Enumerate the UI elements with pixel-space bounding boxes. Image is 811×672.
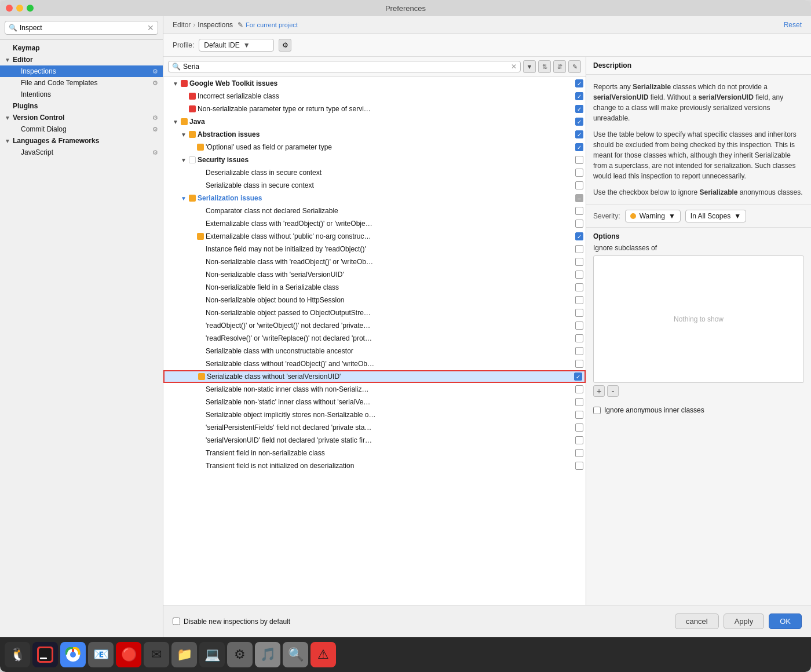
item-checkbox[interactable] [575,245,583,253]
item-serial-uid-private[interactable]: 'serialVersionUID' field not declared 'p… [163,434,586,447]
taskbar-icon-search[interactable]: 🔍 [283,642,308,667]
sidebar-item-plugins[interactable]: Plugins [0,100,163,112]
close-button[interactable] [6,5,13,12]
taskbar-icon-intellij[interactable] [32,642,58,667]
item-checkbox[interactable] [575,207,583,215]
item-checkbox[interactable] [575,398,583,406]
item-optional-field[interactable]: 'Optional' used as field or parameter ty… [163,141,586,154]
sidebar-item-keymap[interactable]: Keymap [0,42,163,54]
group-security[interactable]: ▼ Security issues [163,154,586,166]
item-externalizable-noarg[interactable]: Externalizable class without 'public' no… [163,230,586,243]
sidebar-item-javascript[interactable]: JavaScript ⚙ [0,147,163,158]
disable-new-checkbox[interactable] [173,618,180,625]
collapse-button[interactable]: ⇵ [553,60,566,73]
item-checkbox[interactable] [575,385,583,393]
sidebar-item-inspections[interactable]: Inspections ⚙ [0,65,163,77]
item-checkbox[interactable] [575,92,583,100]
taskbar-icon-letter[interactable]: ✉ [144,642,169,667]
item-checkbox[interactable] [575,169,583,177]
sidebar-item-version-control[interactable]: Version Control ⚙ [0,112,163,123]
group-java[interactable]: ▼ Java [163,115,586,128]
item-non-serial-field[interactable]: Non-serializable field in a Serializable… [163,281,586,294]
group-serialization[interactable]: ▼ Serialization issues – [163,192,586,204]
item-non-serial-http[interactable]: Non-serializable object bound to HttpSes… [163,294,586,306]
item-non-serial-output[interactable]: Non-serializable object passed to Object… [163,306,586,319]
item-serial-implicit[interactable]: Serializable object implicitly stores no… [163,408,586,421]
add-button[interactable]: + [593,385,605,397]
item-checkbox[interactable] [575,347,583,355]
group-abstraction[interactable]: ▼ Abstraction issues [163,128,586,141]
sidebar-item-editor[interactable]: Editor [0,54,163,65]
group-checkbox[interactable]: – [575,194,583,202]
item-comparator[interactable]: Comparator class not declared Serializab… [163,204,586,217]
item-serial-unconstructable[interactable]: Serializable class with unconstructable … [163,345,586,357]
inspection-scroll[interactable]: ▼ Google Web Toolkit issues Incorrect se… [163,77,586,605]
item-checkbox[interactable] [575,143,583,151]
item-checkbox[interactable] [575,258,583,266]
search-clear-icon[interactable]: ✕ [511,63,517,71]
taskbar-icon-terminal[interactable]: 💻 [199,642,225,667]
item-checkbox[interactable] [575,296,583,304]
minimize-button[interactable] [16,5,23,12]
item-checkbox[interactable] [575,436,583,444]
item-serial-no-read[interactable]: Serializable class without 'readObject()… [163,357,586,370]
group-checkbox[interactable] [575,156,583,164]
taskbar-icon-music[interactable]: 🎵 [255,642,280,667]
taskbar-icon-settings[interactable]: ⚙ [227,642,253,667]
taskbar-icon-warning[interactable]: ⚠ [310,642,336,667]
item-checkbox[interactable] [575,271,583,279]
item-checkbox[interactable] [575,360,583,368]
item-checkbox[interactable] [575,411,583,419]
item-non-serial-param[interactable]: Non-serializable parameter type or retur… [163,103,586,115]
item-checkbox[interactable] [575,105,583,113]
inspection-search-input[interactable] [183,63,509,71]
sidebar-search-wrap[interactable]: 🔍 ✕ [5,21,158,35]
item-checkbox[interactable] [575,462,583,470]
item-externalizable-read[interactable]: Externalizable class with 'readObject()'… [163,217,586,230]
taskbar-icon-stop[interactable]: 🔴 [116,642,141,667]
group-gwt[interactable]: ▼ Google Web Toolkit issues [163,77,586,90]
item-serial-nonstatic-inner[interactable]: Serializable non-'static' inner class wi… [163,396,586,408]
item-transient-non-serial[interactable]: Transient field in non-serializable clas… [163,447,586,459]
item-incorrect-serial[interactable]: Incorrect serializable class [163,90,586,103]
cancel-button[interactable]: cancel [675,613,719,629]
sidebar-item-intentions[interactable]: Intentions [0,89,163,100]
severity-select[interactable]: Warning ▼ [625,210,681,222]
item-serial-static-inner[interactable]: Serializable non-static inner class with… [163,383,586,396]
taskbar-icon-mail[interactable]: 📧 [88,642,114,667]
taskbar-icon-folder[interactable]: 📁 [171,642,197,667]
taskbar-icon-finder[interactable]: 🐧 [5,642,30,667]
maximize-button[interactable] [27,5,34,12]
item-read-write-private[interactable]: 'readObject()' or 'writeObject()' not de… [163,319,586,332]
sidebar-item-file-code-templates[interactable]: File and Code Templates ⚙ [0,77,163,89]
group-checkbox[interactable] [575,118,583,126]
item-checkbox[interactable] [574,372,582,381]
item-instance-field[interactable]: Instance field may not be initialized by… [163,243,586,255]
sidebar-item-commit-dialog[interactable]: Commit Dialog ⚙ [0,123,163,135]
item-serial-no-version[interactable]: Serializable class without 'serialVersio… [163,370,586,383]
item-checkbox[interactable] [575,334,583,342]
item-checkbox[interactable] [575,423,583,432]
item-checkbox[interactable] [575,181,583,189]
item-serial-persistent[interactable]: 'serialPersistentFields' field not decla… [163,421,586,434]
taskbar-icon-chrome[interactable] [60,642,86,667]
sidebar-search-input[interactable] [20,24,145,32]
edit-button[interactable]: ✎ [568,60,581,73]
profile-select[interactable]: Default IDE ▼ [199,39,274,52]
item-checkbox[interactable] [575,322,583,330]
ignore-anon-checkbox[interactable] [593,407,601,414]
item-non-serial-version[interactable]: Non-serializable class with 'serialVersi… [163,268,586,281]
group-checkbox[interactable] [575,130,583,138]
remove-button[interactable]: - [607,385,619,397]
item-checkbox[interactable] [575,449,583,457]
item-non-serial-read[interactable]: Non-serializable class with 'readObject(… [163,255,586,268]
apply-button[interactable]: Apply [724,613,765,629]
item-deserial-secure[interactable]: Deserializable class in secure context [163,166,586,179]
profile-gear-button[interactable]: ⚙ [279,39,291,52]
ok-button[interactable]: OK [769,613,802,629]
item-read-resolve[interactable]: 'readResolve()' or 'writeReplace()' not … [163,332,586,345]
scope-select[interactable]: In All Scopes ▼ [685,210,746,222]
item-serial-secure[interactable]: Serializable class in secure context [163,179,586,192]
expand-button[interactable]: ⇅ [538,60,551,73]
group-checkbox[interactable] [575,79,583,87]
